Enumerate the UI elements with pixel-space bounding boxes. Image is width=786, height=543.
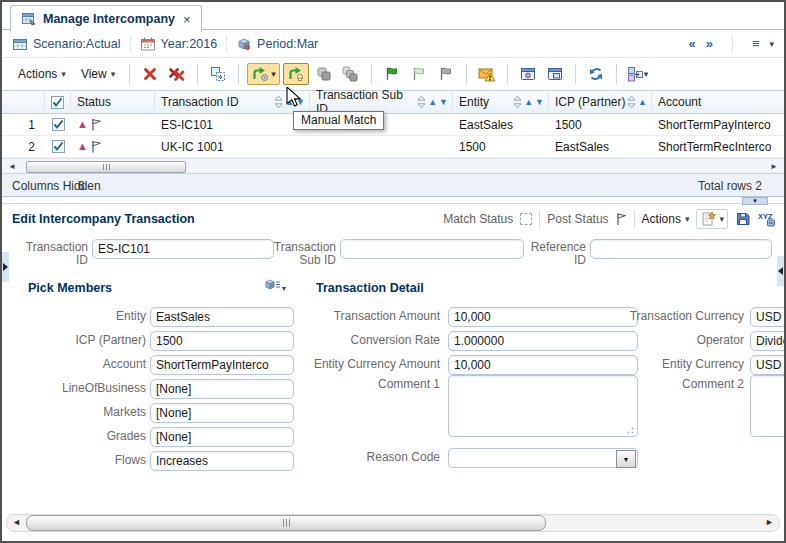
open-detail-window-button[interactable] bbox=[543, 62, 567, 86]
chevron-down-icon[interactable]: ▾ bbox=[719, 214, 724, 224]
divider bbox=[130, 36, 131, 52]
lineofbusiness-input[interactable] bbox=[150, 379, 294, 399]
column-label: Transaction ID bbox=[161, 95, 239, 109]
sort-updown-icon[interactable] bbox=[513, 95, 522, 109]
select-all-checkbox[interactable] bbox=[51, 96, 64, 109]
scrollbar-thumb[interactable] bbox=[26, 515, 546, 531]
sort-asc-icon[interactable]: ▲ bbox=[638, 98, 647, 107]
go-back-icon[interactable]: « bbox=[688, 36, 695, 51]
row-checkbox[interactable] bbox=[45, 114, 71, 135]
manual-match-button[interactable] bbox=[283, 63, 309, 85]
scroll-left-icon[interactable]: ◄ bbox=[8, 162, 16, 171]
entity-input[interactable] bbox=[150, 307, 294, 327]
actions-menu-label: Actions bbox=[18, 67, 57, 81]
open-report-window-button[interactable] bbox=[516, 62, 540, 86]
post-button[interactable] bbox=[380, 62, 404, 86]
reference-id-input[interactable] bbox=[590, 239, 772, 259]
auto-match-button[interactable]: ▾ bbox=[247, 63, 280, 85]
entity-currency-input[interactable] bbox=[750, 355, 786, 375]
pov-scenario-label: Scenario:Actual bbox=[33, 37, 121, 51]
sort-updown-icon[interactable] bbox=[274, 95, 283, 109]
view-menu-button[interactable]: View ▾ bbox=[75, 64, 121, 84]
table-row[interactable]: 2 ▲ UK-IC 1001 1500 EastSales ShortTermR… bbox=[2, 136, 784, 158]
select-all-cell[interactable] bbox=[45, 91, 71, 113]
grid-scrollbar-thumb[interactable] bbox=[26, 161, 186, 173]
chevron-down-icon[interactable]: ▾ bbox=[769, 39, 774, 49]
reason-code-dropdown[interactable]: ▼ bbox=[448, 448, 638, 468]
sort-updown-icon[interactable] bbox=[417, 95, 426, 109]
duplicate-transactions-button[interactable] bbox=[206, 62, 230, 86]
go-forward-icon[interactable]: » bbox=[706, 36, 713, 51]
splitter-collapse-handle[interactable]: ▼ bbox=[742, 197, 768, 205]
sort-asc-icon[interactable]: ▲ bbox=[285, 98, 294, 107]
flows-input[interactable] bbox=[150, 451, 294, 471]
row-checkbox[interactable] bbox=[45, 136, 71, 157]
transaction-currency-input[interactable] bbox=[750, 307, 786, 327]
delete-button[interactable] bbox=[138, 62, 162, 86]
pov-scenario[interactable]: Scenario:Actual bbox=[12, 36, 121, 52]
bottom-horizontal-scrollbar[interactable]: ◄ ► bbox=[2, 512, 784, 534]
scroll-right-icon[interactable]: ► bbox=[770, 162, 778, 171]
entity-currency-label: Entity Currency bbox=[602, 358, 744, 371]
reason-code-dropdown-button[interactable]: ▼ bbox=[616, 450, 636, 468]
transaction-sub-id-input[interactable] bbox=[340, 239, 524, 259]
status-cell: ▲ bbox=[71, 136, 155, 157]
sort-desc-icon[interactable]: ▼ bbox=[535, 98, 544, 107]
transaction-id-input[interactable] bbox=[92, 239, 274, 259]
status-cell: ▲ bbox=[71, 114, 155, 135]
scroll-left-icon[interactable]: ◄ bbox=[12, 518, 21, 527]
pov-year[interactable]: Year:2016 bbox=[140, 36, 218, 52]
unmatch-button[interactable] bbox=[312, 62, 336, 86]
grades-input[interactable] bbox=[150, 427, 294, 447]
comment2-textarea[interactable] bbox=[750, 375, 786, 437]
new-transaction-button[interactable]: ▾ bbox=[696, 209, 728, 229]
scroll-right-icon[interactable]: ► bbox=[765, 518, 774, 527]
icp-partner-cell: EastSales bbox=[549, 136, 652, 157]
export-button[interactable]: ▾ bbox=[625, 62, 651, 86]
actions-menu-button[interactable]: Actions ▾ bbox=[12, 64, 72, 84]
pov-period[interactable]: Period:Mar bbox=[236, 36, 318, 52]
save-translate-button[interactable]: XYZ bbox=[758, 211, 776, 227]
sort-desc-icon[interactable]: ▼ bbox=[296, 98, 305, 107]
column-header-transaction-sub-id[interactable]: Transaction Sub ID ▲ ▼ bbox=[310, 91, 453, 113]
sort-desc-icon[interactable]: ▼ bbox=[439, 98, 448, 107]
match-status-label: Match Status bbox=[443, 212, 513, 226]
sort-asc-icon[interactable]: ▲ bbox=[524, 98, 533, 107]
chevron-down-icon[interactable]: ▾ bbox=[644, 69, 649, 79]
panel-splitter[interactable] bbox=[2, 203, 784, 204]
divider bbox=[197, 64, 198, 84]
save-button[interactable] bbox=[735, 211, 751, 227]
sort-updown-icon[interactable] bbox=[627, 95, 636, 109]
edit-actions-menu-button[interactable]: Actions ▾ bbox=[642, 212, 690, 226]
sort-asc-icon[interactable]: ▲ bbox=[428, 98, 437, 107]
refresh-button[interactable] bbox=[584, 62, 608, 86]
tab-manage-intercompany[interactable]: Manage Intercompany × bbox=[10, 5, 202, 32]
column-header-account[interactable]: Account bbox=[652, 91, 784, 113]
left-splitter-arrow[interactable] bbox=[2, 252, 9, 282]
column-header-transaction-id[interactable]: Transaction ID ▲ ▼ bbox=[155, 91, 310, 113]
right-splitter-arrow[interactable] bbox=[777, 256, 784, 286]
resize-grip-icon[interactable] bbox=[627, 427, 634, 434]
column-header-status[interactable]: Status bbox=[71, 91, 155, 113]
chevron-down-icon[interactable]: ▾ bbox=[271, 69, 276, 79]
table-row[interactable]: 1 ▲ ES-IC101 EastSales 1500 ShortTermPay… bbox=[2, 114, 784, 136]
markets-input[interactable] bbox=[150, 403, 294, 423]
panel-menu-icon[interactable]: ≡ bbox=[752, 36, 760, 51]
tab-bar: Manage Intercompany × bbox=[2, 2, 784, 30]
tab-close-icon[interactable]: × bbox=[183, 12, 191, 27]
icp-partner-input[interactable] bbox=[150, 331, 294, 351]
grid-horizontal-scrollbar[interactable]: ◄ ► bbox=[2, 158, 784, 173]
delete-all-button[interactable] bbox=[165, 62, 189, 86]
grid-footer: Columns Hidden 6 Total rows 2 bbox=[2, 173, 784, 197]
chevron-down-icon: ▾ bbox=[685, 214, 690, 224]
account-input[interactable] bbox=[150, 355, 294, 375]
flag-gray-button[interactable] bbox=[434, 62, 458, 86]
unpost-flag-button[interactable] bbox=[407, 62, 431, 86]
email-alert-button[interactable] bbox=[475, 62, 499, 86]
unmatch-all-button[interactable] bbox=[339, 62, 363, 86]
column-header-icp-partner[interactable]: ICP (Partner) ▲ bbox=[549, 91, 652, 113]
divider bbox=[371, 64, 372, 84]
operator-input[interactable] bbox=[750, 331, 786, 351]
member-selector-button[interactable]: ▾ bbox=[264, 278, 286, 293]
column-header-entity[interactable]: Entity ▲ ▼ bbox=[453, 91, 549, 113]
